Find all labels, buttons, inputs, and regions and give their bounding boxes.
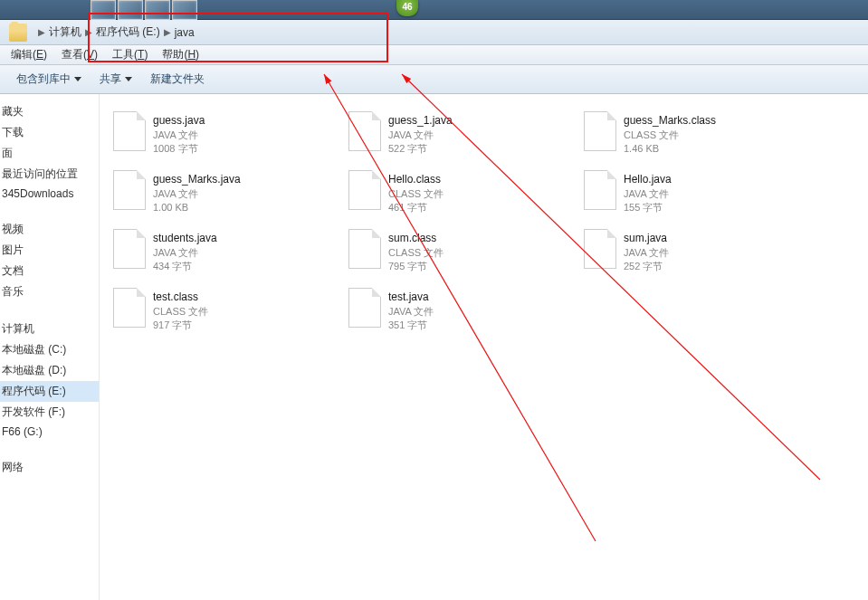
share-button[interactable]: 共享: [100, 71, 132, 87]
chevron-right-icon[interactable]: ▶: [85, 27, 92, 37]
file-icon: [584, 111, 616, 151]
file-size: 351 字节: [388, 319, 434, 332]
file-name: students.java: [153, 231, 217, 246]
file-name: sum.java: [624, 231, 669, 246]
sidebar-drive-item[interactable]: 本地磁盘 (D:): [0, 360, 99, 381]
file-size: 1.46 KB: [624, 142, 716, 156]
file-size: 917 字节: [153, 319, 208, 332]
window-titlebar: 46: [0, 0, 868, 20]
thumb: [145, 0, 170, 20]
file-icon: [348, 229, 381, 269]
file-type: JAVA 文件: [153, 246, 217, 260]
file-size: 522 字节: [388, 142, 453, 156]
file-name: Hello.class: [388, 172, 444, 187]
menu-bar: 编辑(E) 查看(V) 工具(T) 帮助(H): [0, 45, 868, 65]
file-size: 461 字节: [388, 201, 444, 214]
file-name: guess.java: [153, 113, 205, 129]
file-icon: [113, 170, 146, 210]
sidebar-favorite-item[interactable]: 面: [0, 143, 99, 164]
file-icon: [348, 111, 381, 151]
sidebar-drive-item[interactable]: 程序代码 (E:): [0, 381, 99, 402]
chevron-down-icon: [125, 77, 132, 81]
sidebar-drive-item[interactable]: 本地磁盘 (C:): [0, 339, 99, 360]
sidebar-library-item[interactable]: 音乐: [0, 281, 99, 302]
breadcrumb-item[interactable]: 计算机: [49, 24, 81, 40]
sidebar-library-item[interactable]: 图片: [0, 240, 99, 261]
sidebar-favorite-item[interactable]: 下载: [0, 122, 99, 143]
breadcrumb-item[interactable]: java: [175, 26, 195, 39]
command-bar: 包含到库中 共享 新建文件夹: [0, 65, 868, 94]
chevron-right-icon[interactable]: ▶: [164, 27, 171, 37]
file-name: Hello.java: [624, 172, 672, 187]
thumb: [91, 0, 116, 20]
file-icon: [348, 170, 381, 210]
chevron-down-icon: [74, 77, 81, 81]
file-type: JAVA 文件: [624, 187, 672, 201]
file-info: sum.classCLASS 文件795 字节: [388, 229, 444, 274]
sidebar-network-item[interactable]: 网络: [0, 457, 99, 478]
file-item[interactable]: guess.javaJAVA 文件1008 字节: [109, 107, 335, 166]
notification-badge[interactable]: 46: [396, 0, 418, 16]
file-info: guess.javaJAVA 文件1008 字节: [153, 111, 205, 157]
file-item[interactable]: test.classCLASS 文件917 字节: [109, 283, 335, 342]
file-info: guess_1.javaJAVA 文件522 字节: [388, 111, 453, 157]
file-list-pane[interactable]: guess.javaJAVA 文件1008 字节guess_1.javaJAVA…: [100, 94, 868, 600]
menu-view[interactable]: 查看(V): [54, 45, 105, 64]
file-icon: [113, 111, 146, 151]
file-item[interactable]: sum.javaJAVA 文件252 字节: [579, 224, 806, 283]
file-icon: [584, 170, 616, 210]
taskbar-thumbnails: [91, 0, 217, 20]
menu-help[interactable]: 帮助(H): [155, 45, 206, 64]
file-type: CLASS 文件: [388, 187, 444, 201]
file-item[interactable]: sum.classCLASS 文件795 字节: [344, 224, 570, 283]
file-size: 1.00 KB: [153, 201, 241, 214]
file-icon: [113, 288, 146, 328]
file-name: guess_1.java: [388, 113, 453, 129]
file-icon: [113, 229, 146, 269]
sidebar-favorite-item[interactable]: 345Downloads: [0, 185, 99, 203]
include-in-library-button[interactable]: 包含到库中: [16, 71, 81, 87]
file-type: JAVA 文件: [388, 305, 434, 319]
file-size: 155 字节: [624, 201, 672, 214]
file-item[interactable]: students.javaJAVA 文件434 字节: [109, 224, 335, 283]
file-name: test.class: [153, 290, 208, 305]
sidebar-favorite-item[interactable]: 最近访问的位置: [0, 164, 99, 185]
address-bar: ▶ 计算机 ▶ 程序代码 (E:) ▶ java: [0, 20, 868, 45]
file-size: 795 字节: [388, 260, 444, 273]
file-type: CLASS 文件: [624, 129, 716, 142]
file-name: test.java: [388, 290, 434, 305]
file-info: test.classCLASS 文件917 字节: [153, 288, 208, 333]
file-type: JAVA 文件: [153, 129, 205, 142]
file-item[interactable]: guess_Marks.javaJAVA 文件1.00 KB: [109, 166, 335, 224]
sidebar-favorite-item[interactable]: 藏夹: [0, 101, 99, 122]
sidebar-drive-item[interactable]: 开发软件 (F:): [0, 402, 99, 423]
file-size: 252 字节: [624, 260, 669, 273]
file-type: CLASS 文件: [388, 246, 444, 260]
file-info: guess_Marks.javaJAVA 文件1.00 KB: [153, 170, 241, 215]
sidebar-drive-item[interactable]: F66 (G:): [0, 423, 99, 441]
file-type: CLASS 文件: [153, 305, 208, 319]
file-item[interactable]: test.javaJAVA 文件351 字节: [344, 283, 570, 342]
navigation-pane: 藏夹下载面最近访问的位置345Downloads视频图片文档音乐计算机本地磁盘 …: [0, 94, 100, 600]
file-name: guess_Marks.class: [624, 113, 716, 129]
sidebar-library-item[interactable]: 文档: [0, 261, 99, 281]
sidebar-library-item[interactable]: 视频: [0, 219, 99, 240]
file-item[interactable]: guess_Marks.classCLASS 文件1.46 KB: [579, 107, 806, 166]
file-size: 434 字节: [153, 260, 217, 273]
breadcrumb-item[interactable]: 程序代码 (E:): [96, 24, 160, 40]
file-info: students.javaJAVA 文件434 字节: [153, 229, 217, 274]
menu-tools[interactable]: 工具(T): [105, 45, 155, 64]
file-name: sum.class: [388, 231, 444, 246]
file-item[interactable]: Hello.classCLASS 文件461 字节: [344, 166, 570, 224]
file-item[interactable]: Hello.javaJAVA 文件155 字节: [579, 166, 806, 224]
chevron-right-icon: ▶: [38, 27, 45, 37]
thumb: [172, 0, 197, 20]
file-item[interactable]: guess_1.javaJAVA 文件522 字节: [344, 107, 570, 166]
new-folder-button[interactable]: 新建文件夹: [150, 71, 205, 87]
file-info: guess_Marks.classCLASS 文件1.46 KB: [624, 111, 716, 157]
file-type: JAVA 文件: [388, 129, 453, 142]
file-icon: [584, 229, 616, 269]
menu-edit[interactable]: 编辑(E): [4, 45, 54, 64]
file-info: sum.javaJAVA 文件252 字节: [624, 229, 669, 274]
sidebar-drive-item[interactable]: 计算机: [0, 319, 99, 339]
